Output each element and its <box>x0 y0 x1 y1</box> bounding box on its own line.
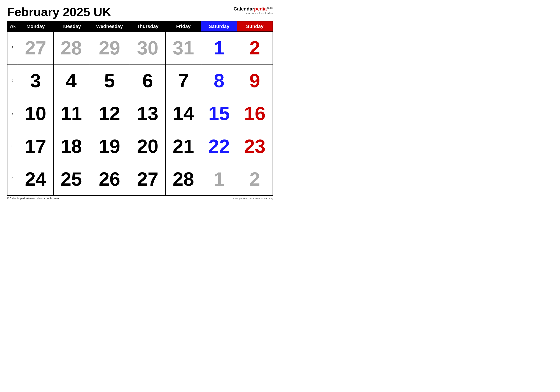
header-wednesday: Wednesday <box>89 21 130 32</box>
day-cell-w4-d0: 24 <box>18 163 53 196</box>
header-thursday: Thursday <box>130 21 165 32</box>
day-number-w4-d3: 27 <box>132 164 164 194</box>
header-wk: Wk <box>7 21 18 32</box>
day-number-w0-d0: 27 <box>20 33 52 63</box>
week-row-0: 5272829303112 <box>7 31 273 64</box>
day-cell-w4-d6: 2 <box>237 163 273 196</box>
day-number-w2-d2: 12 <box>91 98 128 128</box>
day-cell-w3-d1: 18 <box>53 130 89 163</box>
day-cell-w1-d6: 9 <box>237 64 273 97</box>
week-number-1: 6 <box>7 64 18 97</box>
day-number-w3-d3: 20 <box>132 131 164 161</box>
header-tuesday: Tuesday <box>53 21 89 32</box>
day-number-w4-d2: 26 <box>91 164 128 194</box>
logo: Calendarpediaco.uk <box>234 6 273 12</box>
day-number-w1-d2: 5 <box>91 66 128 96</box>
day-number-w1-d0: 3 <box>20 66 52 96</box>
day-cell-w3-d5: 22 <box>201 130 237 163</box>
day-cell-w4-d3: 27 <box>130 163 165 196</box>
day-number-w1-d6: 9 <box>239 66 271 96</box>
day-cell-w2-d5: 15 <box>201 97 237 130</box>
day-cell-w2-d1: 11 <box>53 97 89 130</box>
header-saturday: Saturday <box>201 21 237 32</box>
day-cell-w4-d2: 26 <box>89 163 130 196</box>
header-friday: Friday <box>166 21 201 32</box>
day-cell-w1-d2: 5 <box>89 64 130 97</box>
day-cell-w0-d2: 29 <box>89 31 130 64</box>
day-number-w3-d2: 19 <box>91 131 128 161</box>
day-number-w0-d1: 28 <box>55 33 87 63</box>
day-number-w0-d2: 29 <box>91 33 128 63</box>
page-title: February 2025 UK <box>7 5 111 19</box>
week-row-4: 9242526272812 <box>7 163 273 196</box>
logo-tagline: Your source for calendars <box>234 12 273 14</box>
logo-name-part1: Calendar <box>234 6 254 12</box>
day-number-w1-d3: 6 <box>132 66 164 96</box>
day-cell-w2-d0: 10 <box>18 97 53 130</box>
footer-copyright: © Calendarpedia® www.calendarpedia.co.uk <box>7 197 59 200</box>
week-number-4: 9 <box>7 163 18 196</box>
day-cell-w0-d4: 31 <box>166 31 201 64</box>
day-number-w2-d6: 16 <box>239 98 271 128</box>
week-row-3: 817181920212223 <box>7 130 273 163</box>
day-cell-w3-d2: 19 <box>89 130 130 163</box>
day-number-w3-d4: 21 <box>167 131 199 161</box>
calendar-header-row: Wk Monday Tuesday Wednesday Thursday Fri… <box>7 21 273 32</box>
day-number-w3-d5: 22 <box>203 131 235 161</box>
header-sunday: Sunday <box>237 21 273 32</box>
day-cell-w2-d2: 12 <box>89 97 130 130</box>
day-number-w4-d0: 24 <box>20 164 52 194</box>
week-number-2: 7 <box>7 97 18 130</box>
day-number-w2-d4: 14 <box>167 98 199 128</box>
day-number-w2-d5: 15 <box>203 98 235 128</box>
day-number-w1-d1: 4 <box>55 66 87 96</box>
day-number-w2-d1: 11 <box>55 98 87 128</box>
day-number-w1-d4: 7 <box>167 66 199 96</box>
day-number-w2-d3: 13 <box>132 98 164 128</box>
day-cell-w1-d3: 6 <box>130 64 165 97</box>
day-number-w1-d5: 8 <box>203 66 235 96</box>
day-cell-w2-d4: 14 <box>166 97 201 130</box>
logo-name-part2: pedia <box>254 6 267 12</box>
day-number-w4-d1: 25 <box>55 164 87 194</box>
day-cell-w4-d1: 25 <box>53 163 89 196</box>
day-cell-w0-d3: 30 <box>130 31 165 64</box>
day-cell-w3-d6: 23 <box>237 130 273 163</box>
day-cell-w3-d0: 17 <box>18 130 53 163</box>
page-header: February 2025 UK Calendarpediaco.uk Your… <box>7 5 273 19</box>
week-number-3: 8 <box>7 130 18 163</box>
day-number-w0-d6: 2 <box>239 33 271 63</box>
footer: © Calendarpedia® www.calendarpedia.co.uk… <box>7 197 273 200</box>
day-number-w0-d4: 31 <box>167 33 199 63</box>
calendar-table: Wk Monday Tuesday Wednesday Thursday Fri… <box>7 21 273 196</box>
day-number-w2-d0: 10 <box>20 98 52 128</box>
day-cell-w1-d0: 3 <box>18 64 53 97</box>
day-number-w4-d6: 2 <box>239 164 271 194</box>
day-cell-w4-d4: 28 <box>166 163 201 196</box>
day-cell-w0-d6: 2 <box>237 31 273 64</box>
week-number-0: 5 <box>7 31 18 64</box>
day-cell-w3-d4: 21 <box>166 130 201 163</box>
day-cell-w1-d1: 4 <box>53 64 89 97</box>
day-number-w3-d1: 18 <box>55 131 87 161</box>
day-cell-w2-d6: 16 <box>237 97 273 130</box>
day-number-w0-d3: 30 <box>132 33 164 63</box>
day-cell-w3-d3: 20 <box>130 130 165 163</box>
header-monday: Monday <box>18 21 53 32</box>
day-cell-w0-d1: 28 <box>53 31 89 64</box>
day-number-w4-d5: 1 <box>203 164 235 194</box>
day-cell-w1-d4: 7 <box>166 64 201 97</box>
week-row-1: 63456789 <box>7 64 273 97</box>
day-cell-w1-d5: 8 <box>201 64 237 97</box>
logo-area: Calendarpediaco.uk Your source for calen… <box>234 6 273 14</box>
day-cell-w2-d3: 13 <box>130 97 165 130</box>
day-number-w3-d0: 17 <box>20 131 52 161</box>
footer-disclaimer: Data provided 'as is' without warranty <box>233 197 273 200</box>
day-cell-w0-d0: 27 <box>18 31 53 64</box>
day-number-w0-d5: 1 <box>203 33 235 63</box>
week-row-2: 710111213141516 <box>7 97 273 130</box>
day-cell-w4-d5: 1 <box>201 163 237 196</box>
logo-co-uk: co.uk <box>267 7 273 9</box>
day-number-w3-d6: 23 <box>239 131 271 161</box>
day-number-w4-d4: 28 <box>167 164 199 194</box>
